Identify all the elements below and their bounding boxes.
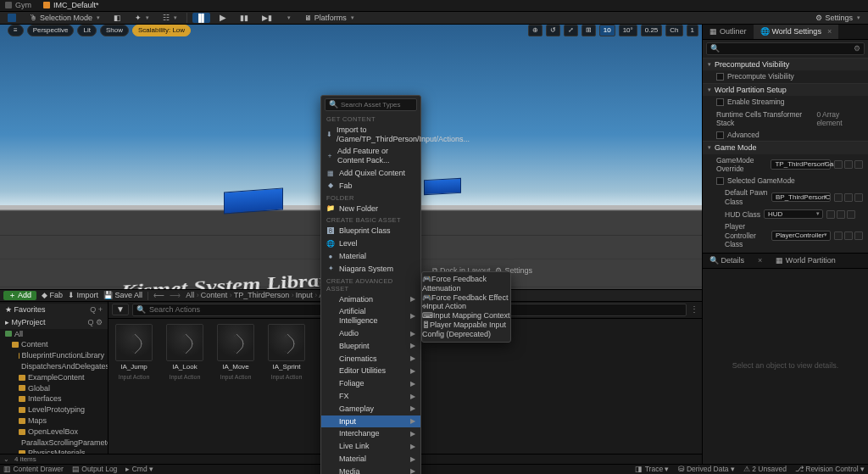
play-button[interactable]: ▶	[215, 12, 231, 24]
ctx-item[interactable]: Gameplay▶	[321, 403, 420, 415]
output-log-button[interactable]: ▤ Output Log	[72, 465, 117, 473]
cb-import[interactable]: ⬇ Import	[68, 291, 98, 300]
asset-tile[interactable]: IA_MoveInput Action	[215, 324, 256, 449]
vp-menu[interactable]: ≡	[8, 25, 24, 36]
ctx-item[interactable]: ⬇Import to /Game/TP_ThirdPerson/Input/Ac…	[321, 124, 420, 146]
ctx-item[interactable]: Blueprint▶	[321, 340, 420, 353]
asset-tile[interactable]: IA_JumpInput Action	[114, 324, 154, 449]
cmd-input[interactable]: ▸ Cmd ▾	[125, 465, 153, 473]
toolbar-icon-1[interactable]: ◧	[109, 13, 125, 24]
setting-combo[interactable]: PlayerController	[771, 231, 831, 241]
tab-details[interactable]: 🔍 Details	[703, 254, 751, 268]
cb-filter-button[interactable]: ▼	[112, 304, 129, 315]
revision-control[interactable]: ⎇ Revision Control ▾	[795, 465, 865, 473]
pause-button[interactable]: ▮▮	[236, 13, 253, 24]
setting-value[interactable]: 0 Array element	[816, 110, 863, 127]
toolbar-icon-3[interactable]: ☷	[159, 13, 181, 24]
setting-combo[interactable]: TP_ThirdPersonGa	[771, 159, 831, 170]
ctx-item[interactable]: Input▶	[321, 415, 420, 428]
tree-node[interactable]: LevelPrototyping	[0, 404, 108, 415]
setting-extra-buttons[interactable]	[834, 193, 863, 202]
setting-checkbox[interactable]	[716, 177, 724, 185]
ctx-sub-item[interactable]: 🎮Force Feedback Attenuation	[422, 275, 510, 293]
tab-world-partition[interactable]: ▦ World Partition	[769, 254, 842, 268]
ctx-item[interactable]: ●Material	[321, 250, 420, 263]
setting-checkbox[interactable]	[716, 131, 724, 139]
cb-source-tree[interactable]: ★ FavoritesQ + ▸ MyProjectQ ⚙ All Conten…	[0, 302, 108, 454]
ctx-sub-item[interactable]: ⎆Input Action	[422, 302, 510, 311]
ctx-search[interactable]: 🔍	[325, 98, 417, 111]
setting-combo[interactable]: BP_ThirdPersonC	[771, 192, 831, 203]
tab-outliner[interactable]: ▦ Outliner	[703, 25, 754, 39]
tab-imc-default[interactable]: IMC_Default*	[43, 1, 99, 10]
settings-menu[interactable]: ⚙ Settings	[811, 13, 865, 24]
ctx-item[interactable]: Interchange▶	[321, 427, 420, 440]
vp-lit[interactable]: Lit	[77, 25, 96, 36]
unsaved-indicator[interactable]: ⚠ 2 Unsaved	[743, 465, 787, 473]
selection-mode[interactable]: 🖱 Selection Mode	[25, 13, 104, 24]
asset-tile[interactable]: IA_SprintInput Action	[266, 324, 307, 449]
ctx-item[interactable]: Foliage▶	[321, 377, 420, 390]
world-search[interactable]: 🔍⚙	[706, 42, 865, 55]
tree-node[interactable]: Maps	[0, 415, 108, 427]
tree-node[interactable]: Content	[0, 339, 108, 350]
tree-node[interactable]: ExampleContent	[0, 372, 108, 383]
vp-show[interactable]: Show	[100, 25, 129, 36]
setting-extra-buttons[interactable]	[834, 160, 863, 169]
step-button[interactable]: ▶▮	[258, 13, 276, 24]
derived-data[interactable]: ⛁ Derived Data ▾	[678, 465, 735, 473]
vp-angle-snap[interactable]: 10°	[619, 25, 637, 36]
section-header[interactable]: Precomputed Visibility	[703, 59, 868, 71]
setting-extra-buttons[interactable]	[834, 231, 863, 240]
tree-node[interactable]: OpenLevelBox	[0, 427, 108, 438]
vp-cam-val[interactable]: 1	[687, 25, 698, 36]
toolbar-icon-2[interactable]: ✦	[131, 13, 153, 24]
breadcrumb-segment[interactable]: All	[186, 291, 199, 300]
filter-icon[interactable]: ⚙	[854, 44, 860, 53]
ctx-item[interactable]: FX▶	[321, 390, 420, 403]
ctx-item[interactable]: Media▶	[321, 466, 420, 474]
section-header[interactable]: World Partition Setup	[703, 84, 868, 97]
setting-checkbox[interactable]	[716, 98, 724, 106]
launch-menu[interactable]	[281, 14, 295, 22]
cb-fab[interactable]: ◆ Fab	[42, 291, 63, 300]
section-header[interactable]: Game Mode	[703, 142, 868, 154]
cb-fwd[interactable]: ⟶	[170, 291, 181, 300]
setting-checkbox[interactable]	[716, 73, 724, 81]
vp-cam-speed[interactable]: Ch	[665, 25, 682, 36]
vp-grid-snap[interactable]: 10	[599, 25, 615, 36]
platforms-menu[interactable]: 🖥 Platforms	[300, 13, 359, 24]
tree-node[interactable]: Interfaces	[0, 393, 108, 404]
tree-node[interactable]: Global	[0, 383, 108, 394]
tab-world-settings[interactable]: 🌐 World Settings ×	[754, 25, 839, 39]
ctx-item[interactable]: Audio▶	[321, 327, 420, 340]
tab-gym[interactable]: Gym	[5, 1, 31, 10]
vp-tool-4[interactable]: ⊞	[581, 25, 596, 36]
save-button[interactable]	[3, 13, 20, 23]
tab-details-close[interactable]: ×	[751, 254, 769, 268]
breadcrumb-segment[interactable]: Content	[201, 291, 232, 300]
cb-add-button[interactable]: ＋Add	[3, 291, 36, 300]
cb-collapse[interactable]: ⌄	[3, 455, 9, 464]
vp-scale-snap[interactable]: 0.25	[641, 25, 663, 36]
ctx-item[interactable]: 🌐Level	[321, 237, 420, 250]
ctx-item[interactable]: Live Link▶	[321, 440, 420, 453]
ctx-item[interactable]: ▦Add Quixel Content	[321, 167, 420, 180]
tree-node[interactable]: BlueprintFunctionLibrary	[0, 350, 108, 361]
ctx-sub-item[interactable]: 🎮Force Feedback Effect	[422, 293, 510, 303]
setting-combo[interactable]: HUD	[764, 209, 823, 220]
ctx-search-input[interactable]	[341, 101, 430, 109]
cb-save-all[interactable]: 💾 Save All	[103, 291, 142, 300]
ctx-item[interactable]: Material▶	[321, 453, 420, 466]
ctx-item[interactable]: ◆Fab	[321, 180, 420, 192]
ctx-item[interactable]: Artificial Intelligence▶	[321, 305, 420, 327]
vp-tool-2[interactable]: ↺	[546, 25, 560, 36]
setting-extra-buttons[interactable]	[826, 210, 855, 219]
ctx-item[interactable]: Animation▶	[321, 293, 420, 306]
ctx-item[interactable]: Editor Utilities▶	[321, 365, 420, 377]
asset-tile[interactable]: IA_LookInput Action	[164, 324, 205, 449]
vp-scalability[interactable]: Scalability: Low	[132, 25, 191, 36]
breadcrumb-segment[interactable]: TP_ThirdPerson	[234, 291, 294, 300]
vp-perspective[interactable]: Perspective	[27, 25, 75, 36]
vp-tool-1[interactable]: ⊕	[528, 25, 542, 36]
